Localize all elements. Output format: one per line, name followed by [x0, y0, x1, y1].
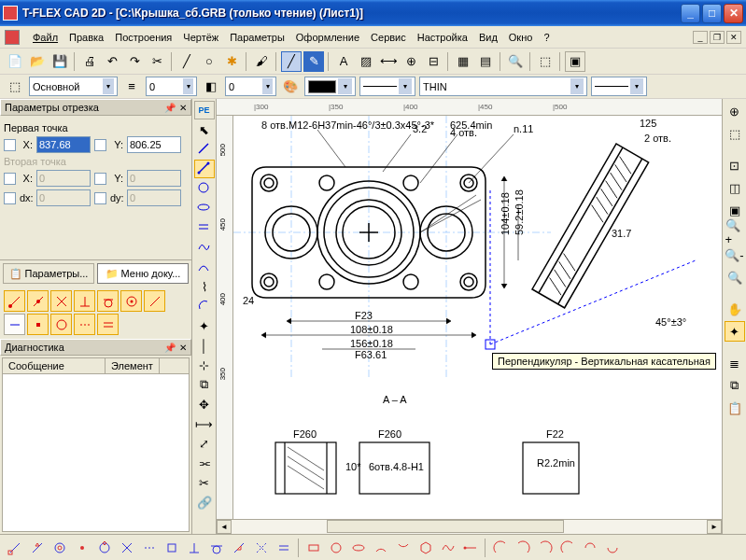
osnap-app[interactable] — [251, 538, 272, 558]
scroll-right-button[interactable]: ► — [707, 520, 722, 534]
osnap-end[interactable] — [5, 538, 25, 558]
menu-parameters[interactable]: Параметры — [224, 29, 290, 46]
menu-file[interactable]: Файл — [27, 29, 63, 46]
spline-tool[interactable] — [194, 238, 215, 257]
x2-checkbox[interactable] — [4, 173, 16, 185]
pe-button[interactable]: PE — [194, 101, 215, 119]
segment-tool[interactable]: ╱ — [281, 51, 302, 72]
arc-r6[interactable] — [602, 538, 623, 558]
osnap-perp[interactable] — [184, 538, 204, 558]
tolerance-tool[interactable]: ⊕ — [401, 51, 421, 72]
level-combo[interactable]: ▾ — [146, 77, 197, 96]
dim-line-tool[interactable]: ⟼ — [194, 414, 215, 433]
osnap-tan[interactable] — [206, 538, 227, 558]
osnap-par[interactable] — [274, 538, 294, 558]
join-tool[interactable]: ⫘ — [194, 454, 215, 472]
shape-arc2[interactable] — [393, 538, 414, 558]
level-icon[interactable]: ≡ — [121, 77, 142, 97]
linestyle-combo[interactable]: ▾ — [591, 77, 647, 96]
tab-parameters[interactable]: 📋Параметры... — [3, 263, 94, 284]
dropdown-icon[interactable]: ▾ — [262, 78, 273, 94]
dx-checkbox[interactable] — [4, 192, 16, 204]
osnap-near[interactable] — [229, 538, 249, 558]
snap-extension[interactable] — [74, 314, 95, 335]
offset-tool[interactable] — [194, 218, 215, 237]
tab-menu-doc[interactable]: 📁Меню доку... — [97, 263, 189, 284]
dimension-tool[interactable]: ⟷ — [378, 51, 399, 72]
3d-tool[interactable]: ▣ — [565, 51, 585, 72]
zoom-in-icon[interactable]: 🔍+ — [725, 222, 745, 243]
arc-r2[interactable] — [513, 538, 533, 558]
mdi-close[interactable]: ✕ — [726, 31, 741, 44]
snap-quadrant[interactable] — [50, 314, 72, 335]
open-button[interactable]: 📂 — [27, 51, 48, 72]
segment-draw-tool[interactable] — [194, 160, 215, 178]
priority-icon[interactable]: ◧ — [201, 77, 221, 97]
text-tool[interactable]: A — [333, 51, 354, 72]
dropdown-icon[interactable]: ▾ — [399, 78, 412, 94]
osnap-center[interactable] — [49, 538, 70, 558]
diag-col-element[interactable]: Элемент — [106, 358, 160, 373]
snap-horizontal[interactable] — [4, 314, 25, 335]
select-tool[interactable]: ⬉ — [194, 120, 215, 139]
pin-icon[interactable]: 📌 — [164, 343, 176, 353]
table-tool[interactable]: ▦ — [453, 51, 473, 72]
linetype-combo[interactable]: ▾ — [419, 77, 587, 96]
layer-input[interactable] — [33, 81, 101, 92]
arc-r1[interactable] — [490, 538, 511, 558]
brush-tool[interactable]: 🖌 — [251, 51, 272, 72]
snap-toggle-icon[interactable]: ✦ — [725, 321, 745, 342]
color-combo[interactable]: ▾ — [304, 77, 356, 96]
y1-input[interactable] — [127, 136, 181, 153]
close-panel-icon[interactable]: ✕ — [179, 103, 187, 113]
arc-r5[interactable] — [580, 538, 600, 558]
layer-combo[interactable]: ▾ — [29, 77, 118, 96]
zoom-target-icon[interactable]: ⊕ — [725, 101, 745, 121]
menu-help[interactable]: ? — [538, 29, 555, 46]
osnap-ins[interactable] — [162, 538, 182, 558]
snap-perpendicular[interactable] — [74, 290, 95, 312]
shape-hex[interactable] — [415, 538, 436, 558]
snap-nearest[interactable] — [144, 290, 165, 312]
linewidth-combo[interactable]: ▾ — [359, 77, 415, 96]
dropdown-icon[interactable]: ▾ — [570, 78, 584, 94]
new-button[interactable]: 📄 — [5, 51, 25, 72]
zoom-window-icon[interactable]: ⬚ — [725, 123, 745, 144]
menu-drawing[interactable]: Чертёж — [177, 29, 224, 46]
shape-rect[interactable] — [303, 538, 324, 558]
x1-input[interactable] — [36, 136, 91, 153]
dropdown-icon[interactable]: ▾ — [183, 78, 193, 94]
mdi-minimize[interactable]: _ — [693, 31, 708, 44]
arc-r4[interactable] — [557, 538, 578, 558]
scissors-tool[interactable]: ✂ — [194, 473, 215, 492]
menu-constructions[interactable]: Построения — [109, 29, 177, 46]
func-tool[interactable] — [194, 258, 215, 276]
path-tool[interactable]: ⌇ — [194, 277, 215, 296]
zoom-realtime-icon[interactable]: 🔍 — [725, 267, 745, 287]
ellipse-tool[interactable] — [194, 199, 215, 217]
snap-tangent[interactable] — [97, 290, 119, 312]
star-tool[interactable]: ✱ — [221, 51, 242, 72]
print-button[interactable]: 🖨 — [79, 51, 100, 72]
shape-spline[interactable] — [438, 538, 458, 558]
layers-icon[interactable]: ≣ — [725, 353, 745, 373]
menu-decoration[interactable]: Оформление — [290, 29, 365, 46]
snap-center[interactable] — [120, 290, 142, 312]
shape-ray[interactable] — [460, 538, 481, 558]
shape-ellipse[interactable] — [348, 538, 369, 558]
circle-draw-tool[interactable] — [194, 179, 215, 198]
y2-checkbox[interactable] — [94, 173, 106, 185]
zoom-extents-icon[interactable]: ▣ — [725, 200, 745, 220]
color-icon[interactable]: 🎨 — [280, 77, 301, 97]
properties-icon[interactable]: 📋 — [725, 398, 745, 418]
diag-col-message[interactable]: Сообщение — [3, 358, 106, 373]
layer-tool[interactable]: ⬚ — [535, 51, 556, 72]
zoom-tool[interactable]: 🔍 — [505, 51, 526, 72]
grid-tool[interactable]: ▤ — [475, 51, 496, 72]
osnap-quad[interactable] — [94, 538, 115, 558]
node-snap-tool[interactable]: ✦ — [194, 316, 215, 335]
snap-node[interactable] — [27, 314, 49, 335]
horizontal-scrollbar[interactable]: ◄ ► — [217, 519, 722, 534]
close-panel-icon[interactable]: ✕ — [179, 343, 187, 353]
pan-icon[interactable]: ✋ — [725, 299, 745, 319]
